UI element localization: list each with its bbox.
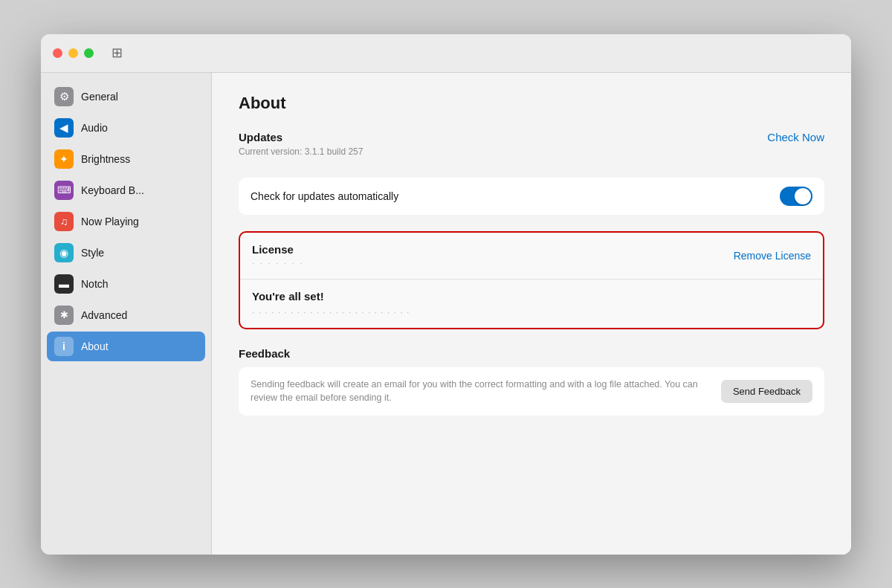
check-now-button[interactable]: Check Now — [767, 131, 824, 143]
app-window: ⊞ ⚙ General ◀ Audio ✦ Brightness ⌨ Keybo… — [41, 34, 851, 555]
remove-license-button[interactable]: Remove License — [734, 250, 811, 262]
license-key: · · · · · · · — [252, 258, 303, 268]
maximize-button[interactable] — [84, 48, 94, 58]
license-body: You're all set! · · · · · · · · · · · · … — [240, 280, 823, 328]
notch-icon: ▬ — [54, 274, 74, 294]
license-detail: · · · · · · · · · · · · · · · · · · · · … — [252, 307, 811, 317]
license-header: License · · · · · · · Remove License — [240, 233, 823, 280]
page-title: About — [239, 94, 824, 113]
minimize-button[interactable] — [68, 48, 78, 58]
audio-icon: ◀ — [54, 118, 74, 138]
feedback-row: Sending feedback will create an email fo… — [239, 367, 824, 416]
brightness-icon: ✦ — [54, 149, 74, 169]
send-feedback-button[interactable]: Send Feedback — [721, 380, 812, 403]
updates-title-block: Updates Current version: 3.1.1 build 257 — [239, 131, 363, 167]
sidebar-label-brightness: Brightness — [81, 153, 130, 165]
auto-update-toggle[interactable] — [780, 187, 812, 206]
general-icon: ⚙ — [54, 87, 74, 106]
updates-version: Current version: 3.1.1 build 257 — [239, 146, 363, 157]
about-icon: i — [54, 337, 74, 356]
sidebar-label-advanced: Advanced — [81, 309, 127, 321]
license-title-block: License · · · · · · · — [252, 243, 303, 268]
close-button[interactable] — [53, 48, 62, 58]
sidebar-item-about[interactable]: i About — [47, 332, 205, 361]
main-panel: About Updates Current version: 3.1.1 bui… — [212, 73, 851, 555]
sidebar-label-keyboard: Keyboard B... — [81, 184, 144, 196]
advanced-icon: ✱ — [54, 306, 74, 325]
style-icon: ◉ — [54, 243, 74, 262]
sidebar-label-nowplaying: Now Playing — [81, 216, 139, 227]
sidebar-item-audio[interactable]: ◀ Audio — [47, 113, 205, 143]
feedback-description: Sending feedback will create an email fo… — [251, 378, 711, 406]
auto-update-label: Check for updates automatically — [251, 190, 398, 202]
sidebar-item-advanced[interactable]: ✱ Advanced — [47, 300, 205, 330]
sidebar-item-keyboard[interactable]: ⌨ Keyboard B... — [47, 175, 205, 205]
traffic-lights — [53, 48, 94, 58]
sidebar-label-style: Style — [81, 247, 104, 259]
auto-update-row: Check for updates automatically — [239, 178, 824, 215]
license-box: License · · · · · · · Remove License You… — [239, 231, 824, 329]
license-activated-text: You're all set! — [252, 290, 811, 303]
sidebar-label-general: General — [81, 91, 118, 103]
sidebar-item-general[interactable]: ⚙ General — [47, 82, 205, 112]
sidebar-label-audio: Audio — [81, 122, 108, 134]
sidebar-item-nowplaying[interactable]: ♫ Now Playing — [47, 207, 205, 236]
sidebar-item-style[interactable]: ◉ Style — [47, 238, 205, 268]
sidebar-toggle-icon[interactable]: ⊞ — [109, 43, 126, 62]
updates-title: Updates — [239, 131, 363, 143]
sidebar-label-notch: Notch — [81, 278, 109, 290]
nowplaying-icon: ♫ — [54, 212, 74, 231]
titlebar: ⊞ — [41, 34, 851, 73]
feedback-title: Feedback — [239, 347, 824, 360]
feedback-section: Feedback Sending feedback will create an… — [239, 347, 824, 416]
keyboard-icon: ⌨ — [54, 181, 74, 200]
content-area: ⚙ General ◀ Audio ✦ Brightness ⌨ Keyboar… — [41, 73, 851, 555]
sidebar-label-about: About — [81, 340, 109, 352]
sidebar-item-notch[interactable]: ▬ Notch — [47, 269, 205, 299]
license-title: License — [252, 243, 303, 256]
sidebar-item-brightness[interactable]: ✦ Brightness — [47, 144, 205, 174]
updates-header: Updates Current version: 3.1.1 build 257… — [239, 131, 824, 167]
sidebar: ⚙ General ◀ Audio ✦ Brightness ⌨ Keyboar… — [41, 73, 212, 555]
